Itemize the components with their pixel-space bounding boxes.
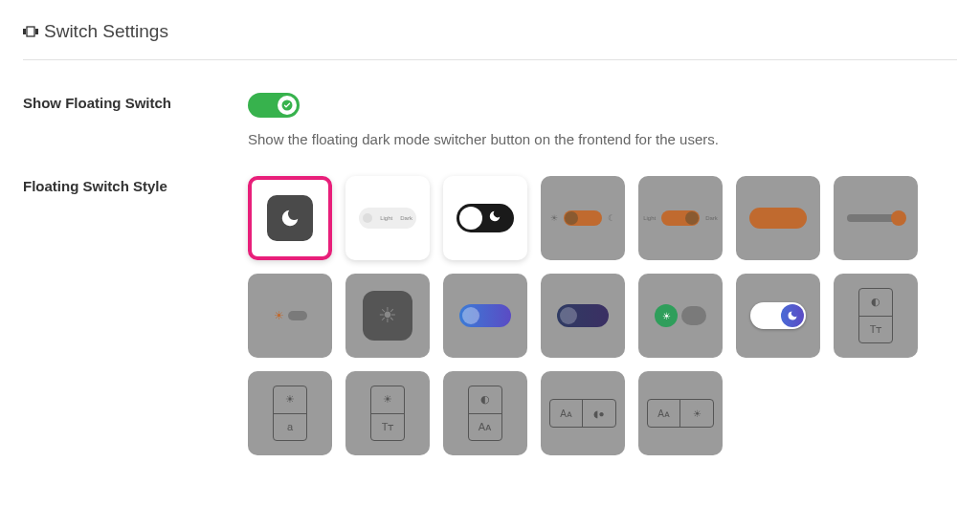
style-option-6[interactable] (736, 176, 820, 260)
switch-settings-icon (23, 24, 38, 40)
style-option-3[interactable] (443, 176, 527, 260)
contrast-icon: ◐ (469, 386, 501, 414)
sun-icon: ☀ (371, 386, 404, 414)
right-label: Dark (705, 215, 718, 221)
contrast-icon: ◐ (859, 289, 892, 317)
dark-pill-preview (557, 304, 609, 327)
svg-rect-2 (35, 29, 38, 34)
moon-icon: ☾ (608, 213, 615, 223)
svg-rect-0 (23, 29, 26, 34)
style-option-12[interactable]: ☀ (638, 274, 723, 358)
style-option-7[interactable] (834, 176, 918, 260)
white-moon-preview (750, 302, 806, 329)
sun-icon: ☀ (378, 303, 397, 328)
show-floating-toggle[interactable] (248, 93, 300, 118)
moon-square-preview (267, 195, 313, 241)
letter-aa-icon: Aᴀ (469, 414, 501, 441)
style-option-9[interactable]: ☀ (345, 274, 430, 358)
sun-mini-preview: ☀ (274, 309, 307, 322)
check-icon (281, 99, 293, 111)
style-option-10[interactable] (443, 274, 527, 358)
page-title: Switch Settings (44, 21, 168, 42)
moon-icon (488, 209, 501, 223)
show-floating-label: Show Floating Switch (23, 93, 248, 111)
pill-dark-label: Dark (400, 215, 412, 221)
style-option-18[interactable]: Aᴀ ◖● (541, 371, 625, 455)
style-option-15[interactable]: ☀ a (248, 371, 332, 455)
orange-toggle-preview (564, 210, 602, 226)
sun-icon: ☀ (274, 386, 306, 414)
hpair-preview: Aᴀ ☀ (647, 399, 714, 428)
floating-style-label: Floating Switch Style (23, 176, 248, 194)
style-option-14[interactable]: ◐ Tᴛ (834, 274, 918, 358)
stack-preview: ☀ Tᴛ (370, 386, 405, 441)
sun-icon: ☀ (680, 400, 713, 427)
toggle-icon: ◖● (583, 400, 615, 427)
style-option-13[interactable] (736, 274, 820, 358)
style-option-4[interactable]: ☀ ☾ (541, 176, 625, 260)
page-heading: Switch Settings (23, 21, 957, 60)
left-label: Light (643, 215, 656, 221)
orange-labeled-preview: Light Dark (643, 210, 718, 226)
style-option-2[interactable]: Light Dark (345, 176, 430, 260)
orange-bar-preview (749, 208, 807, 229)
text-size-icon: Tᴛ (859, 317, 892, 343)
green-sun-preview: ☀ (655, 304, 706, 327)
show-floating-description: Show the floating dark mode switcher but… (248, 131, 957, 147)
pill-light-label: Light (380, 215, 392, 221)
blue-pill-preview (459, 304, 511, 327)
stack-preview: ☀ a (273, 386, 307, 441)
stack-preview: ◐ Tᴛ (858, 288, 893, 343)
style-option-5[interactable]: Light Dark (638, 176, 723, 260)
letter-aa-icon: Aᴀ (550, 400, 583, 427)
sun-icon: ☀ (550, 213, 558, 223)
style-option-1[interactable] (248, 176, 332, 260)
style-option-8[interactable]: ☀ (248, 274, 332, 358)
text-size-icon: Tᴛ (371, 414, 404, 441)
style-option-16[interactable]: ☀ Tᴛ (345, 371, 430, 455)
letter-aa-icon: Aᴀ (648, 400, 680, 427)
orange-slider-preview (847, 214, 904, 222)
style-option-19[interactable]: Aᴀ ☀ (638, 371, 723, 455)
moon-icon (787, 310, 798, 321)
style-option-17[interactable]: ◐ Aᴀ (443, 371, 527, 455)
light-dark-pill-preview: Light Dark (359, 208, 416, 229)
letter-a-icon: a (274, 414, 306, 441)
stack-preview: ◐ Aᴀ (468, 386, 502, 441)
sun-icon: ☀ (655, 304, 678, 327)
moon-icon (279, 208, 301, 229)
style-option-11[interactable] (541, 274, 625, 358)
sun-square-preview: ☀ (363, 291, 412, 341)
style-tiles: Light Dark ☀ ☾ (248, 176, 956, 455)
bw-toggle-preview (457, 204, 514, 232)
svg-rect-1 (27, 27, 34, 36)
sun-icon: ☀ (274, 309, 284, 322)
hpair-preview: Aᴀ ◖● (549, 399, 616, 428)
